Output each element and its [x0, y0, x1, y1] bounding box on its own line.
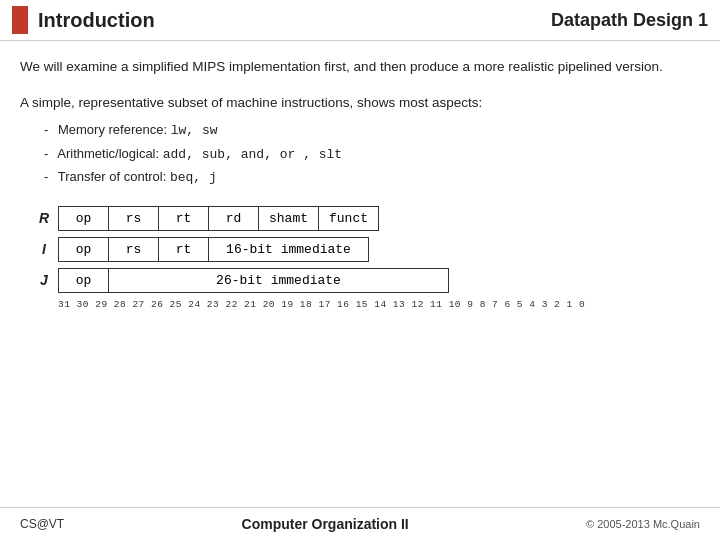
header: Introduction Datapath Design 1 — [0, 0, 720, 41]
footer-center: Computer Organization II — [242, 516, 409, 532]
i-rs: rs — [109, 237, 159, 261]
footer: CS@VT Computer Organization II © 2005-20… — [0, 507, 720, 540]
r-funct: funct — [319, 206, 379, 230]
i-format-row: I op rs rt 16-bit immediate — [30, 237, 700, 262]
bit-numbers: 31 30 29 28 27 26 25 24 23 22 21 20 19 1… — [58, 299, 700, 310]
i-label: I — [30, 241, 58, 257]
header-subtitle: Datapath Design 1 — [551, 10, 708, 31]
page-title: Introduction — [38, 9, 551, 32]
r-label: R — [30, 210, 58, 226]
j-format-row: J op 26-bit immediate — [30, 268, 700, 293]
format-tables: R op rs rt rd shamt funct I op rs rt — [30, 206, 700, 310]
footer-right: © 2005-2013 Mc.Quain — [586, 518, 700, 530]
bullet-transfer: - Transfer of control: beq, j — [44, 167, 700, 188]
r-rd: rd — [209, 206, 259, 230]
i-format-table: op rs rt 16-bit immediate — [58, 237, 369, 262]
r-op: op — [59, 206, 109, 230]
subset-label: A simple, representative subset of machi… — [20, 95, 700, 110]
j-label: J — [30, 272, 58, 288]
r-rt: rt — [159, 206, 209, 230]
header-accent — [12, 6, 28, 34]
footer-left: CS@VT — [20, 517, 64, 531]
intro-paragraph: We will examine a simplified MIPS implem… — [20, 57, 700, 77]
main-content: We will examine a simplified MIPS implem… — [0, 41, 720, 334]
r-rs: rs — [109, 206, 159, 230]
bullet-list: - Memory reference: lw, sw - Arithmetic/… — [44, 120, 700, 188]
i-immediate: 16-bit immediate — [209, 237, 369, 261]
r-format-table: op rs rt rd shamt funct — [58, 206, 379, 231]
j-format-table: op 26-bit immediate — [58, 268, 449, 293]
r-format-row: R op rs rt rd shamt funct — [30, 206, 700, 231]
j-immediate: 26-bit immediate — [109, 268, 449, 292]
bullet-arith: - Arithmetic/logical: add, sub, and, or … — [44, 144, 700, 165]
bullet-memory: - Memory reference: lw, sw — [44, 120, 700, 141]
i-op: op — [59, 237, 109, 261]
r-shamt: shamt — [259, 206, 319, 230]
j-op: op — [59, 268, 109, 292]
i-rt: rt — [159, 237, 209, 261]
